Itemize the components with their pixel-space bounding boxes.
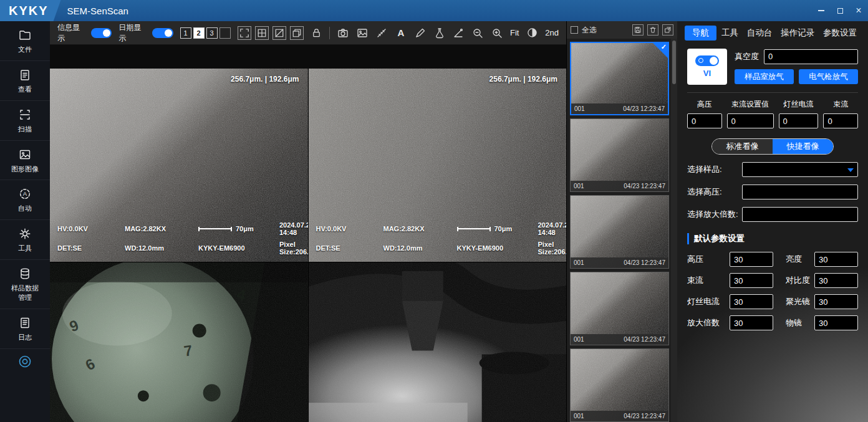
zoom-out-button[interactable] xyxy=(471,26,484,40)
fullscreen-button[interactable] xyxy=(238,26,251,40)
default-condenser-input[interactable] xyxy=(814,294,858,309)
scalebar: 70μm xyxy=(457,225,538,233)
date-display-toggle-group: 日期显示 xyxy=(118,22,173,44)
default-mag-input[interactable] xyxy=(730,315,773,330)
filament-input[interactable] xyxy=(779,113,819,128)
stage-camera-viewport[interactable]: 4 7 9 6 xyxy=(50,262,308,422)
view-extra-button[interactable] xyxy=(219,27,231,39)
mag-select-label: 选择放大倍数: xyxy=(687,209,738,220)
close-icon: × xyxy=(856,6,861,16)
thumbnail-item[interactable]: 001 04/23 12:23:47 xyxy=(570,348,669,422)
thumbnail-time: 04/23 12:23:47 xyxy=(624,259,665,266)
view-3-button[interactable]: 3 xyxy=(206,27,218,39)
thumbnail-header: 全选 xyxy=(567,21,677,39)
thumbnail-id: 001 xyxy=(574,105,585,112)
sidebar-item-scan[interactable]: 扫描 xyxy=(0,101,50,141)
maximize-icon xyxy=(837,8,843,14)
default-contrast-input[interactable] xyxy=(814,273,858,288)
sidebar-item-log[interactable]: 日志 xyxy=(0,309,50,349)
draw-button[interactable] xyxy=(414,26,427,40)
stage-camera-image xyxy=(50,262,308,422)
app-title: SEM-SenScan xyxy=(67,6,128,16)
sidebar-item-graphics-image[interactable]: 图形图像 xyxy=(0,141,50,181)
default-brightness-input[interactable] xyxy=(814,252,858,267)
scalebar-value: 70μm xyxy=(494,225,513,233)
text-annotation-button[interactable]: A xyxy=(395,26,407,40)
default-beam-input[interactable] xyxy=(730,273,773,288)
split-view-button[interactable] xyxy=(272,26,286,40)
thumbnail-item[interactable]: ✓ 001 04/23 12:23:47 xyxy=(570,42,669,115)
sidebar-item-partial[interactable] xyxy=(0,349,50,374)
select-all-checkbox[interactable] xyxy=(571,26,578,34)
pixel-grid-button[interactable] xyxy=(255,26,269,40)
viewer-toolbar: 信息显示 日期显示 1 2 3 xyxy=(50,21,566,45)
thumbnail-item[interactable]: 001 04/23 12:23:47 xyxy=(570,272,669,345)
sidebar-item-label: 查看 xyxy=(9,85,41,94)
snapshot-button[interactable] xyxy=(356,26,369,40)
zoom-out-icon xyxy=(472,27,483,39)
minimize-button[interactable] xyxy=(812,0,831,21)
beam-input[interactable] xyxy=(823,113,858,128)
save-button[interactable] xyxy=(632,24,644,36)
sample-select[interactable] xyxy=(742,162,858,177)
mag-select-input[interactable] xyxy=(742,207,858,222)
hv-param-input[interactable] xyxy=(687,113,722,128)
lock-button[interactable] xyxy=(311,26,323,40)
default-hv-input[interactable] xyxy=(730,252,773,267)
view-1-button[interactable]: 1 xyxy=(180,27,191,39)
second-display-button[interactable]: 2nd xyxy=(545,28,559,37)
thumbnail-scrollbar[interactable] xyxy=(671,39,677,422)
vacuum-label: 真空度 xyxy=(735,51,759,62)
view-2-button[interactable]: 2 xyxy=(193,27,205,39)
sample-tool-button[interactable] xyxy=(433,26,446,40)
field-of-view-label: 256.7μm. | 192.6μm xyxy=(489,75,557,84)
chamber-camera-viewport[interactable] xyxy=(309,262,567,422)
tab-auto-stage[interactable]: 自动台 xyxy=(743,26,776,41)
tab-parameter-settings[interactable]: 参数设置 xyxy=(819,26,861,41)
sem-viewport-1[interactable]: 256.7μm. | 192.6μm HV:0.0KV MAG:2.82KX 7… xyxy=(50,69,308,262)
overlay-view-button[interactable] xyxy=(290,26,304,40)
thumbnail-item[interactable]: 001 04/23 12:23:47 xyxy=(570,118,669,192)
beam-set-input[interactable] xyxy=(727,113,774,128)
date-display-toggle[interactable] xyxy=(152,28,173,38)
tab-navigation[interactable]: 导航 xyxy=(685,26,716,41)
vacuum-input[interactable] xyxy=(764,49,858,64)
hv-select-input[interactable] xyxy=(742,185,858,199)
delete-button[interactable] xyxy=(647,24,658,36)
export-button[interactable] xyxy=(662,24,673,36)
vent-gun-button[interactable]: 电气枪放气 xyxy=(799,69,858,84)
zoom-in-button[interactable] xyxy=(491,26,503,40)
default-objective-input[interactable] xyxy=(814,315,858,330)
picture-icon xyxy=(357,27,368,39)
quick-imaging-button[interactable]: 快捷看像 xyxy=(773,139,833,154)
vi-toggle-card[interactable]: VI xyxy=(687,49,727,85)
maximize-button[interactable] xyxy=(831,0,849,21)
thumbnail-item[interactable]: 001 04/23 12:23:47 xyxy=(570,195,669,269)
standard-imaging-button[interactable]: 标准看像 xyxy=(712,139,773,154)
sidebar-item-auto[interactable]: A 自动 xyxy=(0,180,50,220)
tab-operation-log[interactable]: 操作记录 xyxy=(777,26,818,41)
default-filament-input[interactable] xyxy=(730,294,773,309)
toggle-knob xyxy=(165,29,172,37)
close-button[interactable]: × xyxy=(849,0,868,21)
measure-button[interactable] xyxy=(375,26,388,40)
fit-button[interactable]: Fit xyxy=(510,28,519,37)
navigation-panel-body: VI 真空度 样品室放气 电气枪放气 高压 束流设置值 灯丝电流 xyxy=(677,44,868,330)
info-display-toggle[interactable] xyxy=(91,28,112,38)
tab-tools[interactable]: 工具 xyxy=(718,26,742,41)
sidebar-item-view[interactable]: 查看 xyxy=(0,61,50,101)
angle-measure-button[interactable] xyxy=(452,26,465,40)
capture-button[interactable] xyxy=(337,26,349,40)
contrast-button[interactable] xyxy=(526,26,538,40)
sidebar-item-file[interactable]: 文件 xyxy=(0,21,50,61)
sidebar-item-sample-data[interactable]: 样品数据管理 xyxy=(0,260,50,309)
vi-power-toggle[interactable] xyxy=(695,55,719,66)
sidebar-item-tools[interactable]: 工具 xyxy=(0,220,50,260)
sem-viewport-2[interactable]: 256.7μm. | 192.6μm HV:0.0KV MAG:2.82KX 7… xyxy=(309,69,567,262)
thumbnail-info: 001 04/23 12:23:47 xyxy=(571,181,668,191)
vent-buttons-row: 样品室放气 电气枪放气 xyxy=(735,69,858,85)
ruler-icon xyxy=(376,27,387,39)
vent-chamber-button[interactable]: 样品室放气 xyxy=(735,69,794,84)
scrollbar-thumb[interactable] xyxy=(672,41,676,84)
scalebar-line xyxy=(198,227,232,231)
